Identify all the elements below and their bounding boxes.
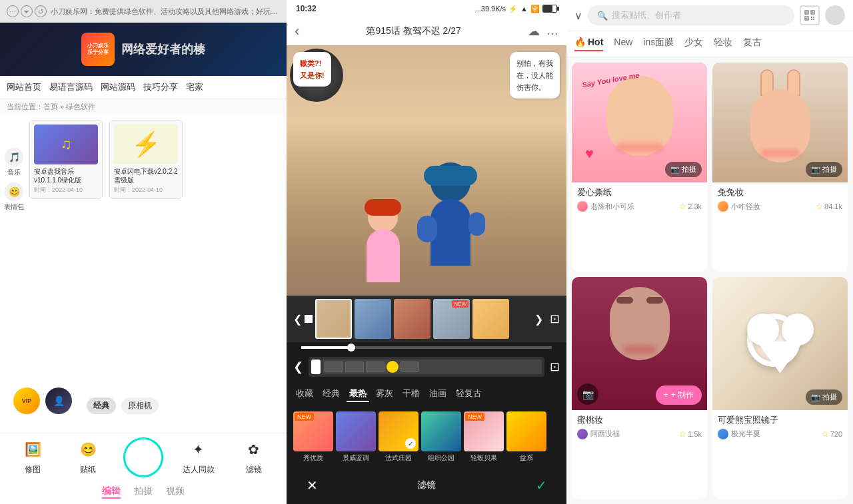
author-name-4: 极光半夏 [731,429,760,439]
manga-cloud-icon[interactable]: ☁ [528,24,540,39]
scrubber-bar[interactable] [301,346,552,349]
card-date-lightning: 时间：2022-04-10 [114,186,178,194]
capture-button[interactable] [123,437,163,477]
thumb-4[interactable]: NEW [433,299,470,339]
author-avatar-4 [718,429,728,439]
preset-4[interactable]: 组织公园 [421,411,461,463]
fullscreen-icon[interactable]: ⊡ [550,312,560,326]
item-title-4: 可爱熊宝照镜子 [718,414,842,426]
mode-edit[interactable]: 编辑 [102,485,121,499]
manga-more-icon[interactable]: … [546,24,558,39]
content-item-4[interactable]: 📷 拍摄 可爱熊宝照镜子 极光半夏 ☆ 720 [712,277,848,499]
lightning-icon: ⚡ [131,130,161,158]
tool-talent[interactable]: ✦ 达人同款 [171,437,226,480]
tab-new[interactable]: New [614,37,632,51]
thumb-2[interactable] [355,299,391,339]
preset-1[interactable]: NEW 秀优质 [293,411,333,463]
camera-label-2: 拍摄 [822,164,837,174]
header-back-icon[interactable]: ∨ [574,9,582,22]
nav-home2[interactable]: 宅家 [186,81,203,93]
make-button-3[interactable]: + + 制作 [656,385,702,405]
content-item-3[interactable]: 🍑 📷 + + 制作 蜜桃妆 阿西没福 [572,277,707,499]
tab-light[interactable]: 轻妆 [714,37,732,51]
nav-tips[interactable]: 技巧分享 [143,81,178,93]
camera-circle-btn-3[interactable]: 📷 [577,383,598,405]
track-body [323,360,542,374]
nav-home[interactable]: 网站首页 [7,81,41,93]
next-chapter-icon[interactable]: ❯ [534,313,543,326]
thumb-3[interactable] [394,299,430,339]
tool-retouch[interactable]: 🖼️ 修图 [5,437,61,480]
category-tabs: 🔥 Hot New ins面膜 少女 轻妆 复古 [566,31,853,57]
mode-photo[interactable]: 拍摄 [134,485,153,499]
prev-chapter-icon[interactable]: ❮ [293,313,302,326]
camera-icon-1: 📷 [670,165,680,174]
user-avatar-right[interactable] [825,5,845,25]
item-meta-3: 阿西没福 ☆ 1.5k [577,429,702,439]
tab-retro[interactable]: 复古 [743,37,762,51]
author-name-1: 老陈和小可乐 [590,202,634,212]
content-item-2[interactable]: 📷 拍摄 兔兔妆 小咋轻妆 ☆ 84.1k [712,63,848,272]
refresh-icon[interactable]: ↺ [35,5,47,17]
camera-label-4: 拍摄 [822,392,837,402]
filter-cat-retro[interactable]: 轻复古 [453,386,484,402]
thumb-5[interactable] [472,299,509,339]
filter-tab-camera[interactable]: 原相机 [121,397,159,414]
qr-icon[interactable] [800,5,820,25]
preset-thumb-3: ✓ [379,411,419,451]
item-likes-4: ☆ 720 [822,429,842,439]
options-icon[interactable]: ⋯ [7,5,19,17]
timeline-track[interactable] [309,357,544,377]
tab-girl[interactable]: 少女 [684,37,703,51]
filter-cat-classic[interactable]: 经典 [320,386,343,402]
tool-sticker[interactable]: 😊 贴纸 [61,437,116,480]
preset-6[interactable]: 益系 [506,411,546,463]
preset-3[interactable]: ✓ 法式庄园 [379,411,419,463]
content-grid: Say You love me ♥ 📷 拍摄 爱心撕纸 老陈和小可乐 [566,57,853,504]
preset-2[interactable]: 景威蓝调 [336,411,376,463]
filter-confirm-button[interactable]: ✓ [529,473,553,497]
new-badge: NEW [452,300,468,308]
sidebar-music[interactable]: 🎵 音乐 [4,148,24,177]
chapter-dot [305,315,313,323]
tool-capture[interactable] [116,437,171,480]
filter-cat-dry[interactable]: 干橹 [400,386,423,402]
filter-cat-hot[interactable]: 最热 [347,386,369,402]
next-frame-icon[interactable]: ⊡ [550,360,560,374]
manga-back-icon[interactable]: ‹ [295,23,299,40]
camera-btn-4[interactable]: 📷 拍摄 [806,389,842,405]
item-image-2: 📷 拍摄 [712,63,848,182]
tool-filter[interactable]: ✿ 滤镜 [226,437,281,480]
filter-cancel-button[interactable]: ✕ [300,473,324,497]
filter-cat-fog[interactable]: 雾灰 [373,386,396,402]
nav-source[interactable]: 网站源码 [101,81,135,93]
filter-cat-saved[interactable]: 收藏 [293,386,316,402]
right-header: ∨ 🔍 搜索贴纸、创作者 [566,0,853,31]
scrubber-handle[interactable] [347,344,355,352]
preset-new-badge-1: NEW [295,413,314,421]
filter-cat-oil[interactable]: 油画 [426,386,449,402]
preset-5[interactable]: NEW 轮毂贝果 [464,411,504,463]
filter-tab-classic[interactable]: 经典 [87,397,116,414]
mode-video[interactable]: 视频 [166,485,185,499]
signal-icon: ▲ [520,5,528,13]
camera-btn-2[interactable]: 📷 拍摄 [806,162,842,177]
emoji-icon: 😊 [5,182,23,201]
search-placeholder-text: 搜索贴纸、创作者 [612,9,681,21]
search-box[interactable]: 🔍 搜索贴纸、创作者 [588,5,794,25]
prev-frame-icon[interactable]: ❮ [293,360,303,374]
screenshot-icon[interactable]: ⏷ [21,5,33,17]
tab-ins[interactable]: ins面膜 [643,37,674,51]
camera-btn-1[interactable]: 📷 拍摄 [665,162,702,177]
content-card-lightning[interactable]: ⚡ 安卓闪电下载v2.0.2.2需级版 时间：2022-04-10 [109,120,183,199]
content-card-music[interactable]: ♫ 安卓盘我音乐v10.1.1.0绿化版 时间：2022-04-10 [29,120,103,199]
user-avatar-left[interactable]: 👤 [45,387,72,414]
nav-easylang[interactable]: 易语言源码 [49,81,93,93]
svg-rect-4 [812,12,814,13]
filter-label: 滤镜 [246,464,262,475]
tab-hot[interactable]: 🔥 Hot [574,37,603,51]
keyframe-marker [387,361,399,373]
sidebar-emoji[interactable]: 😊 表情包 [4,182,24,212]
thumb-1[interactable] [315,299,352,339]
content-item-1[interactable]: Say You love me ♥ 📷 拍摄 爱心撕纸 老陈和小可乐 [572,63,707,272]
